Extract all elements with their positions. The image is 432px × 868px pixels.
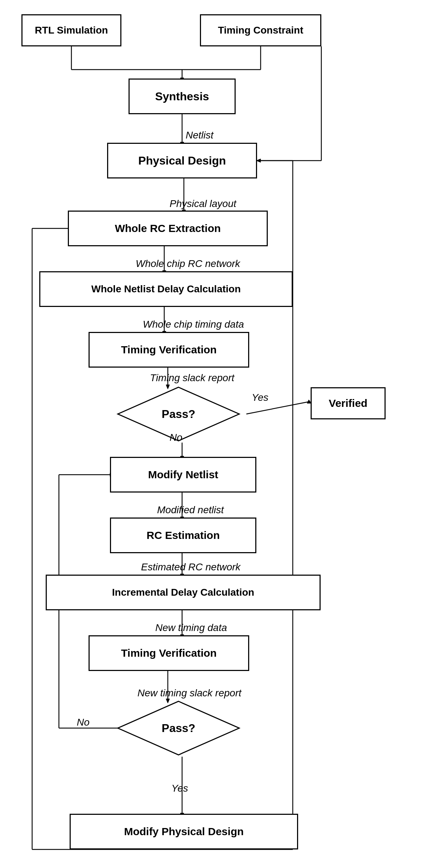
whole-chip-timing-label: Whole chip timing data: [143, 319, 244, 330]
pass2-diamond: Pass?: [116, 700, 241, 757]
timing-verif1-label: Timing Verification: [121, 344, 217, 356]
physical-design-box: Physical Design: [107, 143, 257, 178]
flowchart: RTL Simulation Timing Constraint Synthes…: [0, 0, 432, 868]
incremental-delay-box: Incremental Delay Calculation: [46, 575, 321, 610]
verified-label: Verified: [329, 397, 367, 409]
synthesis-label: Synthesis: [155, 90, 209, 103]
timing-slack-label: Timing slack report: [150, 372, 234, 384]
pass1-label: Pass?: [162, 408, 195, 421]
whole-netlist-box: Whole Netlist Delay Calculation: [39, 271, 293, 307]
modify-physical-box: Modify Physical Design: [70, 814, 298, 849]
estimated-rc-label: Estimated RC network: [141, 561, 241, 573]
timing-verif2-box: Timing Verification: [89, 635, 249, 671]
whole-rc-box: Whole RC Extraction: [68, 211, 268, 246]
whole-rc-label: Whole RC Extraction: [115, 222, 221, 234]
physical-layout-label: Physical layout: [170, 198, 236, 210]
modify-netlist-label: Modify Netlist: [148, 469, 218, 481]
timing-constraint-label: Timing Constraint: [218, 25, 303, 36]
new-timing-slack-label: New timing slack report: [137, 687, 241, 699]
timing-constraint-box: Timing Constraint: [200, 14, 321, 46]
synthesis-box: Synthesis: [129, 79, 236, 114]
netlist-label: Netlist: [186, 130, 214, 141]
whole-netlist-label: Whole Netlist Delay Calculation: [91, 283, 241, 295]
svg-line-19: [246, 402, 310, 414]
yes1-label: Yes: [252, 392, 268, 403]
no1-label: No: [170, 432, 182, 443]
pass2-label: Pass?: [162, 722, 195, 735]
incremental-delay-label: Incremental Delay Calculation: [112, 587, 254, 598]
timing-verif2-label: Timing Verification: [121, 647, 217, 659]
modify-physical-label: Modify Physical Design: [124, 826, 243, 838]
yes2-label: Yes: [171, 783, 188, 794]
modify-netlist-box: Modify Netlist: [110, 457, 256, 493]
rtl-simulation-box: RTL Simulation: [21, 14, 121, 46]
timing-verif1-box: Timing Verification: [89, 332, 249, 368]
rtl-sim-label: RTL Simulation: [35, 25, 108, 36]
no2-label: No: [77, 717, 90, 728]
rc-estimation-label: RC Estimation: [146, 529, 220, 541]
modified-netlist-label: Modified netlist: [157, 504, 224, 516]
whole-chip-rc-label: Whole chip RC network: [136, 258, 240, 269]
verified-box: Verified: [311, 387, 386, 419]
new-timing-data-label: New timing data: [155, 622, 227, 634]
physical-design-label: Physical Design: [138, 154, 226, 167]
rc-estimation-box: RC Estimation: [110, 518, 256, 553]
